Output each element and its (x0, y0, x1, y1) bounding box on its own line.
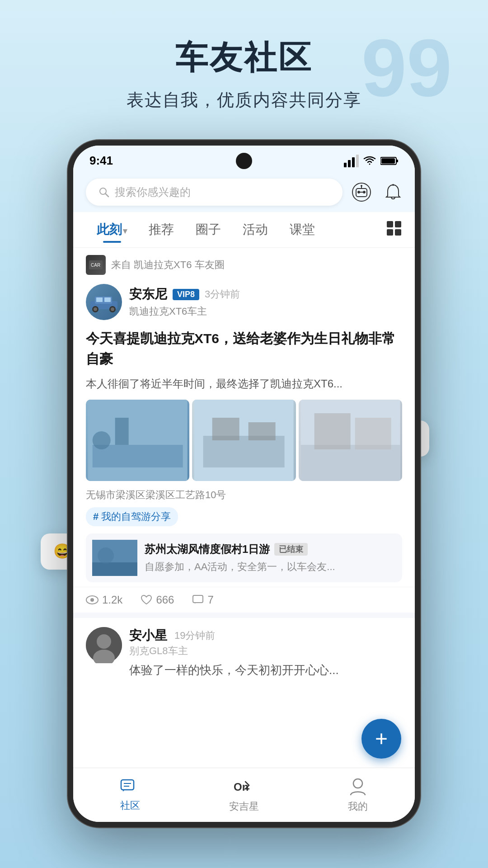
from-label: CAR 来自 凯迪拉克XT6 车友圈 (73, 248, 415, 279)
bottom-nav-profile[interactable]: 我的 (301, 777, 415, 813)
from-text: 来自 凯迪拉克XT6 车友圈 (111, 258, 225, 272)
activity-title-text: 苏州太湖风情度假村1日游 (145, 542, 270, 557)
post-card-1: CAR 来自 凯迪拉克XT6 车友圈 (73, 248, 415, 613)
svg-rect-16 (395, 229, 401, 236)
post-images-1 (73, 395, 415, 486)
svg-point-8 (363, 191, 366, 193)
activity-desc: 自愿参加，AA活动，安全第一，以车会友... (145, 559, 396, 574)
heart-icon (141, 594, 152, 605)
svg-rect-15 (387, 229, 393, 236)
battery-icon (380, 156, 399, 165)
status-icons (344, 155, 399, 167)
bottom-nav-community[interactable]: 社区 (73, 778, 187, 812)
user-name-1: 安东尼 (129, 286, 167, 303)
bottom-nav-label-on: 安吉星 (229, 800, 259, 813)
post-image-3 (299, 400, 402, 481)
user-avatar-2 (86, 627, 122, 663)
post-text-2: 体验了一样的快乐，今天初初开开心心... (129, 661, 402, 679)
search-box[interactable]: 搜索你感兴趣的 (86, 179, 343, 206)
svg-rect-33 (212, 418, 239, 440)
post-time-2: 19分钟前 (174, 629, 215, 642)
activity-card[interactable]: 苏州太湖风情度假村1日游 已结束 自愿参加，AA活动，安全第一，以车会友... (86, 533, 402, 582)
svg-point-43 (90, 598, 94, 602)
svg-rect-22 (104, 297, 111, 302)
search-area: 搜索你感兴趣的 (73, 172, 415, 212)
svg-point-29 (93, 431, 111, 449)
search-placeholder: 搜索你感兴趣的 (115, 185, 191, 199)
post-title-1: 今天喜提凯迪拉克XT6，送给老婆作为生日礼物非常自豪 (73, 325, 415, 373)
bell-icon[interactable] (384, 182, 402, 202)
svg-point-24 (94, 307, 97, 311)
search-right-icons (352, 182, 402, 202)
tab-current[interactable]: 此刻▾ (86, 217, 138, 243)
svg-line-4 (105, 193, 108, 197)
svg-point-7 (357, 191, 360, 193)
tab-activity[interactable]: 活动 (232, 217, 279, 243)
wifi-icon (363, 156, 376, 166)
svg-rect-44 (193, 595, 203, 603)
post-card-2: 安小星 19分钟前 别克GL8车主 体验了一样的快乐，今天初初开开心心... + (73, 618, 415, 688)
user-name-2: 安小星 (129, 627, 167, 644)
svg-rect-28 (93, 445, 183, 467)
svg-rect-30 (115, 418, 129, 445)
post-image-1 (86, 400, 189, 481)
post-comments[interactable]: 7 (192, 594, 213, 606)
tab-recommend[interactable]: 推荐 (138, 217, 185, 243)
svg-rect-40 (92, 562, 137, 576)
eye-icon (86, 595, 99, 604)
post-views: 1.2k (86, 594, 122, 606)
post-image-2 (192, 400, 296, 481)
vip-badge-1: VIP8 (173, 289, 199, 300)
from-brand-avatar: CAR (86, 255, 106, 275)
user-info-1: 安东尼 VIP8 3分钟前 凯迪拉克XT6车主 (129, 286, 402, 318)
post-header-1: 安东尼 VIP8 3分钟前 凯迪拉克XT6车主 (73, 279, 415, 325)
bottom-nav: 社区 On 安吉星 (73, 768, 415, 822)
post-text-1: 本人徘徊了将近半年时间，最终选择了凯迪拉克XT6... (73, 373, 415, 395)
second-post-content: 安小星 19分钟前 别克GL8车主 体验了一样的快乐，今天初初开开心心... (129, 627, 402, 679)
community-icon (120, 778, 140, 796)
user-car-2: 别克GL8车主 (129, 644, 402, 658)
svg-rect-37 (314, 413, 350, 449)
post-time-1: 3分钟前 (205, 288, 240, 301)
robot-icon[interactable] (352, 182, 371, 202)
svg-rect-34 (249, 422, 276, 440)
post-tag[interactable]: # 我的自驾游分享 (86, 507, 178, 526)
activity-info: 苏州太湖风情度假村1日游 已结束 自愿参加，AA活动，安全第一，以车会友... (145, 542, 396, 574)
phone-frame: 9:41 (68, 140, 420, 827)
tab-classroom[interactable]: 课堂 (279, 217, 326, 243)
comment-icon (192, 594, 204, 605)
post-location: 无锡市梁溪区梁溪区工艺路10号 (73, 486, 415, 505)
svg-point-46 (97, 634, 111, 649)
post-footer-1: 1.2k 666 (73, 587, 415, 613)
svg-point-41 (98, 547, 114, 564)
svg-rect-38 (355, 418, 391, 449)
bottom-nav-label-community: 社区 (120, 799, 140, 812)
feed: CAR 来自 凯迪拉克XT6 车友圈 (73, 248, 415, 688)
onstar-logo: On (233, 777, 255, 797)
svg-rect-2 (381, 158, 395, 164)
search-icon (99, 187, 109, 198)
svg-rect-13 (387, 221, 393, 227)
svg-rect-14 (395, 221, 401, 227)
user-avatar-1 (86, 284, 122, 320)
svg-text:CAR: CAR (91, 263, 100, 268)
camera-notch (236, 153, 252, 169)
grid-icon[interactable] (386, 220, 402, 240)
page-title: 车友社区 (0, 36, 488, 80)
svg-rect-21 (96, 297, 103, 302)
svg-rect-36 (300, 445, 400, 481)
bottom-nav-label-profile: 我的 (348, 800, 368, 813)
activity-thumb (92, 540, 137, 576)
bottom-nav-on[interactable]: On 安吉星 (187, 777, 301, 813)
status-time: 9:41 (89, 154, 113, 168)
svg-point-26 (111, 307, 114, 311)
svg-rect-48 (121, 780, 134, 790)
car-image (88, 292, 120, 312)
tab-circle[interactable]: 圈子 (185, 217, 232, 243)
signal-icon (344, 155, 359, 167)
svg-rect-32 (203, 436, 285, 467)
nav-tabs: 此刻▾ 推荐 圈子 活动 课堂 (73, 212, 415, 248)
post-likes[interactable]: 666 (141, 594, 174, 606)
svg-rect-1 (396, 160, 398, 162)
user-car-1: 凯迪拉克XT6车主 (129, 305, 402, 318)
